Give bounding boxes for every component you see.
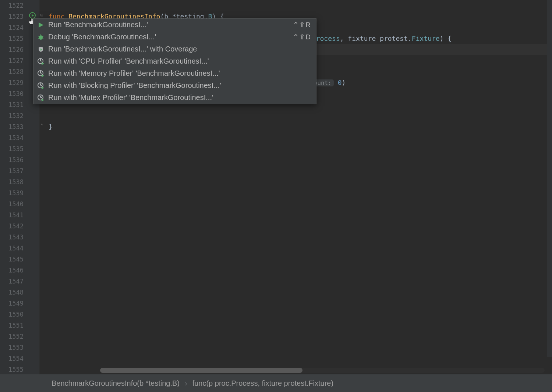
fold-end-icon[interactable]: ⌃ (40, 123, 43, 128)
menu-shortcut: ⌃⇧D (293, 33, 311, 41)
menu-item-label: Run with 'Mutex Profiler' 'BenchmarkGoro… (48, 93, 311, 102)
line-number: 1544 (0, 243, 28, 254)
line-number: 1527 (0, 55, 28, 66)
code-line: } (49, 121, 552, 132)
line-number: 1535 (0, 143, 28, 154)
line-number: 1530 (0, 88, 28, 99)
line-number: 1538 (0, 177, 28, 188)
line-number: 1548 (0, 287, 28, 298)
error-stripe[interactable] (547, 0, 552, 357)
horizontal-scrollbar[interactable] (100, 368, 545, 373)
profiler-icon (36, 58, 45, 65)
menu-item-label: Run with 'CPU Profiler' 'BenchmarkGorout… (48, 57, 311, 65)
line-number: 1534 (0, 132, 28, 143)
line-number: 1523 (0, 11, 28, 22)
line-number: 1526 (0, 44, 28, 55)
menu-item[interactable]: Run 'BenchmarkGoroutinesI...'⌃⇧R (33, 19, 316, 31)
menu-item[interactable]: Run with 'CPU Profiler' 'BenchmarkGorout… (33, 55, 316, 67)
menu-item-label: Run with 'Memory Profiler' 'BenchmarkGor… (48, 69, 311, 78)
line-number: 1550 (0, 309, 28, 320)
scrollbar-thumb[interactable] (100, 368, 302, 373)
line-number: 1541 (0, 210, 28, 221)
menu-item[interactable]: Run with 'Mutex Profiler' 'BenchmarkGoro… (33, 92, 316, 104)
line-number: 1525 (0, 33, 28, 44)
line-number: 1547 (0, 276, 28, 287)
menu-item-label: Run 'BenchmarkGoroutinesI...' (48, 21, 293, 29)
menu-item-label: Run 'BenchmarkGoroutinesI...' with Cover… (48, 45, 311, 53)
breadcrumb-item[interactable]: func(p proc.Process, fixture protest.Fix… (192, 379, 333, 388)
menu-item[interactable]: Run with 'Blocking Profiler' 'BenchmarkG… (33, 79, 316, 92)
code-line (49, 110, 552, 121)
editor-pane: 1522152315241525152615271528152915301531… (0, 0, 552, 374)
profiler-icon (36, 82, 45, 89)
line-number: 1529 (0, 77, 28, 88)
line-number: 1532 (0, 110, 28, 121)
svg-marker-2 (39, 22, 43, 28)
debug-icon (36, 34, 45, 40)
line-number: 1531 (0, 99, 28, 110)
line-number: 1552 (0, 331, 28, 342)
line-number: 1546 (0, 265, 28, 276)
line-number: 1536 (0, 154, 28, 165)
line-number: 1524 (0, 22, 28, 33)
menu-shortcut: ⌃⇧R (293, 21, 311, 29)
menu-item[interactable]: Run 'BenchmarkGoroutinesI...' with Cover… (33, 43, 316, 55)
run-context-menu: Run 'BenchmarkGoroutinesI...'⌃⇧RDebug 'B… (33, 18, 316, 104)
line-number: 1528 (0, 66, 28, 77)
menu-item[interactable]: Run with 'Memory Profiler' 'BenchmarkGor… (33, 67, 316, 79)
breadcrumb-bar: BenchmarkGoroutinesInfo(b *testing.B) › … (0, 374, 552, 392)
line-number: 1543 (0, 232, 28, 243)
code-line (49, 0, 552, 11)
line-number: 1555 (0, 364, 28, 375)
line-number: 1554 (0, 353, 28, 364)
svg-point-3 (39, 35, 43, 40)
line-number: 1545 (0, 254, 28, 265)
profiler-icon (36, 94, 45, 101)
svg-marker-1 (32, 14, 34, 17)
line-number: 1537 (0, 165, 28, 177)
line-number: 1551 (0, 320, 28, 331)
menu-item-label: Debug 'BenchmarkGoroutinesI...' (48, 33, 293, 41)
line-number: 1539 (0, 188, 28, 199)
fold-toggle-icon[interactable]: ⊟ (40, 13, 43, 18)
line-number: 1533 (0, 121, 28, 132)
line-number: 1549 (0, 298, 28, 309)
menu-item[interactable]: Debug 'BenchmarkGoroutinesI...'⌃⇧D (33, 31, 316, 43)
line-number: 1522 (0, 0, 28, 11)
run-icon (36, 22, 45, 28)
menu-item-label: Run with 'Blocking Profiler' 'BenchmarkG… (48, 81, 311, 90)
line-number-gutter: 1522152315241525152615271528152915301531… (0, 0, 28, 374)
coverage-icon (36, 46, 45, 53)
line-number: 1540 (0, 199, 28, 210)
breadcrumb-separator-icon: › (185, 379, 187, 388)
profiler-icon (36, 70, 45, 77)
line-number: 1553 (0, 342, 28, 353)
line-number: 1542 (0, 221, 28, 232)
breadcrumb-item[interactable]: BenchmarkGoroutinesInfo(b *testing.B) (52, 379, 180, 388)
